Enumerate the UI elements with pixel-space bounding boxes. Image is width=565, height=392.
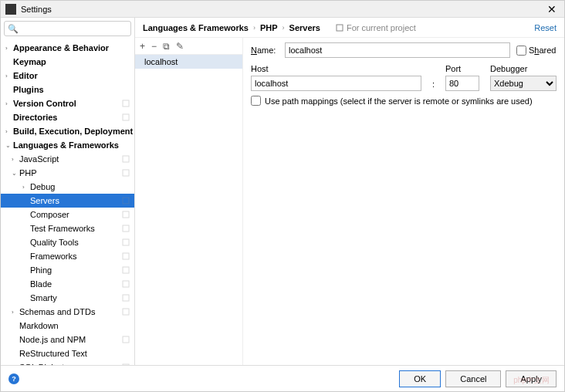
settings-tree: ›Appearance & BehaviorKeymap›EditorPlugi… — [1, 39, 134, 365]
server-form: Name: Shared Host : Port — [243, 38, 564, 365]
tree-item-label: Editor — [13, 71, 134, 80]
ok-button[interactable]: OK — [399, 370, 441, 387]
debugger-label: Debugger — [490, 64, 557, 73]
shared-label: Shared — [529, 46, 557, 55]
tree-item-label: Version Control — [13, 99, 122, 108]
tree-item-label: Quality Tools — [30, 238, 122, 247]
project-badge-icon — [122, 294, 130, 302]
tree-item-label: Markdown — [19, 321, 134, 330]
titlebar: Settings ✕ — [1, 1, 564, 18]
tree-item-label: Languages & Frameworks — [13, 140, 134, 150]
host-label: Host — [251, 64, 421, 73]
tree-item-debug[interactable]: ›Debug — [1, 180, 134, 194]
svg-rect-12 — [123, 309, 129, 315]
svg-rect-11 — [123, 295, 129, 301]
project-badge-icon — [122, 113, 130, 121]
search-input[interactable]: 🔍 — [4, 21, 131, 36]
project-badge-icon — [122, 336, 130, 343]
tree-item-markdown[interactable]: Markdown — [1, 319, 134, 333]
import-icon[interactable]: ✎ — [176, 41, 184, 52]
tree-item-blade[interactable]: Blade — [1, 277, 134, 291]
tree-item-smarty[interactable]: Smarty — [1, 291, 134, 305]
chevron-right-icon[interactable]: › — [12, 309, 19, 316]
tree-item-label: Node.js and NPM — [19, 335, 122, 344]
tree-item-servers[interactable]: Servers — [1, 194, 134, 208]
tree-item-languages-frameworks[interactable]: ⌄Languages & Frameworks — [1, 138, 134, 152]
breadcrumb: Languages & Frameworks › PHP › Servers F… — [135, 18, 564, 38]
shared-checkbox[interactable] — [516, 46, 526, 56]
tree-item-build-execution-deployment[interactable]: ›Build, Execution, Deployment — [1, 124, 134, 138]
tree-item-label: Directories — [13, 113, 122, 122]
tree-item-plugins[interactable]: Plugins — [1, 83, 134, 96]
tree-item-label: Appearance & Behavior — [13, 43, 134, 52]
project-icon — [336, 24, 343, 32]
tree-item-keymap[interactable]: Keymap — [1, 55, 134, 69]
tree-item-test-frameworks[interactable]: Test Frameworks — [1, 221, 134, 235]
tree-item-restructured-text[interactable]: ReStructured Text — [1, 346, 134, 360]
tree-item-appearance-behavior[interactable]: ›Appearance & Behavior — [1, 41, 134, 55]
svg-rect-7 — [123, 239, 129, 245]
port-label: Port — [445, 64, 479, 73]
chevron-right-icon[interactable]: › — [5, 100, 13, 107]
tree-item-composer[interactable]: Composer — [1, 208, 134, 221]
tree-item-quality-tools[interactable]: Quality Tools — [1, 235, 134, 249]
project-badge-icon — [122, 252, 130, 260]
copy-icon[interactable]: ⧉ — [163, 41, 170, 52]
tree-item-php[interactable]: ⌄PHP — [1, 166, 134, 180]
tree-item-label: JavaScript — [19, 154, 122, 164]
tree-item-version-control[interactable]: ›Version Control — [1, 96, 134, 110]
tree-item-label: Keymap — [13, 57, 134, 66]
tree-item-editor[interactable]: ›Editor — [1, 69, 134, 83]
apply-button[interactable]: Apply — [506, 370, 557, 387]
dialog-footer: ? OK Cancel Apply php中文网 — [1, 365, 564, 391]
server-list-item[interactable]: localhost — [135, 55, 242, 69]
tree-item-label: Plugins — [13, 85, 134, 94]
server-toolbar: + − ⧉ ✎ — [135, 38, 242, 55]
tree-item-label: Smarty — [30, 293, 122, 302]
chevron-down-icon[interactable]: ⌄ — [5, 142, 13, 149]
name-field[interactable] — [285, 42, 510, 58]
project-badge-icon — [122, 169, 130, 177]
svg-rect-6 — [123, 225, 129, 231]
host-field[interactable] — [251, 76, 421, 91]
search-icon: 🔍 — [8, 24, 19, 34]
tree-item-label: Debug — [30, 182, 134, 191]
cancel-button[interactable]: Cancel — [445, 370, 501, 387]
remove-icon[interactable]: − — [151, 41, 157, 52]
debugger-select[interactable]: Xdebug — [490, 76, 557, 91]
tree-item-phing[interactable]: Phing — [1, 263, 134, 277]
crumb-item[interactable]: PHP — [260, 23, 278, 32]
path-mappings-checkbox[interactable] — [251, 96, 261, 106]
chevron-right-icon[interactable]: › — [5, 45, 13, 52]
tree-item-javascript[interactable]: ›JavaScript — [1, 152, 134, 166]
tree-item-label: PHP — [19, 168, 122, 177]
tree-item-label: Blade — [30, 279, 122, 289]
close-icon[interactable]: ✕ — [544, 3, 560, 15]
svg-rect-9 — [123, 267, 129, 273]
tree-item-frameworks[interactable]: Frameworks — [1, 249, 134, 263]
chevron-right-icon[interactable]: › — [22, 184, 30, 191]
tree-item-schemas-and-dtds[interactable]: ›Schemas and DTDs — [1, 305, 134, 319]
chevron-right-icon[interactable]: › — [12, 156, 19, 163]
port-field[interactable] — [445, 76, 479, 91]
crumb-item[interactable]: Languages & Frameworks — [143, 23, 249, 32]
add-icon[interactable]: + — [140, 41, 145, 52]
svg-rect-3 — [123, 170, 129, 176]
project-badge-icon — [122, 155, 130, 163]
reset-link[interactable]: Reset — [534, 23, 557, 32]
project-badge-icon — [122, 363, 130, 365]
chevron-right-icon[interactable]: › — [5, 128, 13, 135]
svg-rect-16 — [337, 25, 343, 31]
crumb-item: Servers — [289, 23, 320, 32]
chevron-down-icon[interactable]: ⌄ — [12, 170, 19, 177]
svg-rect-4 — [123, 198, 129, 204]
tree-item-node-js-and-npm[interactable]: Node.js and NPM — [1, 333, 134, 346]
svg-rect-5 — [123, 211, 129, 218]
help-icon[interactable]: ? — [8, 373, 19, 384]
svg-rect-13 — [123, 336, 129, 343]
tree-item-directories[interactable]: Directories — [1, 110, 134, 124]
main-panel: Languages & Frameworks › PHP › Servers F… — [135, 18, 564, 365]
search-field[interactable] — [21, 24, 127, 33]
server-list-panel: + − ⧉ ✎ localhost — [135, 38, 243, 365]
chevron-right-icon[interactable]: › — [5, 73, 13, 79]
